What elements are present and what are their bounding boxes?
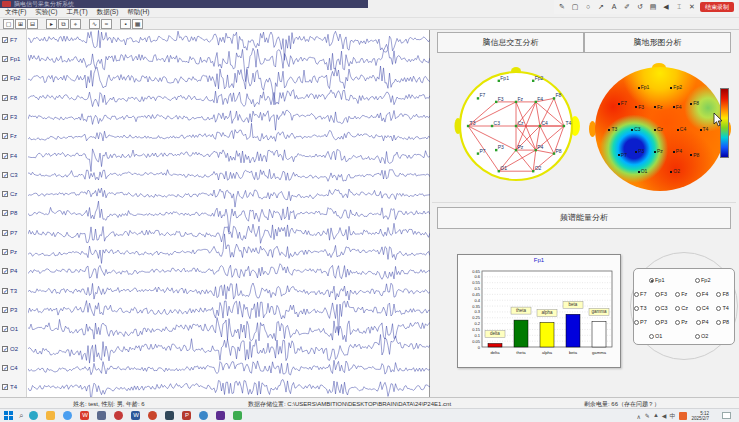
edge-icon[interactable] [29,411,38,420]
file-explorer-icon[interactable] [46,411,55,420]
electrode-option-P3[interactable]: P3 [655,319,673,325]
play-icon[interactable]: ▸ [46,19,57,29]
tile-vertical-icon[interactable]: ⊟ [27,19,38,29]
volume-icon[interactable]: ◀ [662,412,667,421]
electrode-option-O1[interactable]: O1 [649,333,673,339]
menu-item-2[interactable]: 工具(T) [66,8,87,17]
channel-checkbox-Fp1[interactable]: ✓ [2,56,8,62]
menu-item-4[interactable]: 帮助(H) [127,8,149,17]
electrode-option-F4[interactable]: F4 [696,291,714,297]
visual-studio-icon[interactable] [216,411,225,420]
text-icon[interactable]: A [609,3,619,11]
ime-icon[interactable]: 中 [669,412,675,421]
radio-F3[interactable] [655,292,660,297]
highlighter-icon[interactable]: ✐ [622,3,632,11]
pen-icon[interactable]: ✎ [557,3,567,11]
radio-C3[interactable] [655,306,660,311]
electrode-option-C4[interactable]: C4 [696,305,714,311]
channel-checkbox-Fp2[interactable]: ✓ [2,75,8,81]
app-icon-1[interactable] [97,411,106,420]
channel-checkbox-P7[interactable]: ✓ [2,230,8,236]
menu-item-3[interactable]: 数据(S) [97,8,119,17]
browser-icon[interactable] [63,411,72,420]
channel-checkbox-F3[interactable]: ✓ [2,114,8,120]
stop-recording-button[interactable]: 结束录制 [700,2,734,12]
eeg-traces[interactable] [28,30,430,397]
radio-P4[interactable] [696,320,701,325]
globe-icon[interactable] [199,411,208,420]
electrode-option-P4[interactable]: P4 [696,319,714,325]
channel-checkbox-P4[interactable]: ✓ [2,268,8,274]
speaker-icon[interactable]: ◀ [661,3,671,11]
radio-P8[interactable] [716,320,721,325]
arrow-icon[interactable]: ↗ [596,3,606,11]
radio-P7[interactable] [634,320,639,325]
channel-checkbox-F7[interactable]: ✓ [2,37,8,43]
electrode-option-Pz[interactable]: Pz [675,319,693,325]
search-icon[interactable]: ⌕ [19,411,23,421]
channel-checkbox-Pz[interactable]: ✓ [2,249,8,255]
close-icon[interactable]: ✕ [687,3,697,11]
channel-checkbox-F4[interactable]: ✓ [2,153,8,159]
radio-P3[interactable] [655,320,660,325]
electrode-option-Fz[interactable]: Fz [675,291,693,297]
pen-tray-icon[interactable]: ✎ [645,412,650,421]
electrode-option-P7[interactable]: P7 [634,319,652,325]
electrode-option-P8[interactable]: P8 [716,319,734,325]
electrode-option-F7[interactable]: F7 [634,291,652,297]
electrode-option-O2[interactable]: O2 [695,333,719,339]
app-icon-3[interactable] [148,411,157,420]
tab-spectrum-energy[interactable]: 频谱能量分析 [437,207,731,229]
grid-icon[interactable]: ▦ [132,19,143,29]
wave-icon[interactable]: ∿ [89,19,100,29]
electrode-option-C3[interactable]: C3 [655,305,673,311]
radio-T4[interactable] [716,306,721,311]
tray-chevron-icon[interactable]: ∧ [636,413,640,420]
whiteboard-icon[interactable]: ▤ [648,3,658,11]
cursor-icon[interactable]: ⌖ [70,19,81,29]
tile-horizontal-icon[interactable]: ⊞ [15,19,26,29]
powerpoint-icon[interactable]: P [182,411,191,420]
clock[interactable]: 5:12 2025/2/7 [691,411,709,421]
channel-checkbox-Fz[interactable]: ✓ [2,133,8,139]
menu-item-1[interactable]: 实验(C) [35,8,57,17]
ellipse-icon[interactable]: ○ [583,3,593,11]
channel-checkbox-Cz[interactable]: ✓ [2,191,8,197]
tab-brain-topography[interactable]: 脑地形图分析 [584,32,731,53]
app-icon-2[interactable] [114,411,123,420]
network-icon[interactable]: ▲ [653,412,659,421]
wps-icon[interactable]: W [80,411,89,420]
radio-F7[interactable] [634,292,639,297]
electrode-option-Fp2[interactable]: Fp2 [695,277,719,283]
electrode-option-Fp1[interactable]: Fp1 [649,277,673,283]
word-icon[interactable]: W [131,411,140,420]
rect-icon[interactable]: ▢ [570,3,580,11]
electrode-option-T4[interactable]: T4 [716,305,734,311]
radio-Fp1[interactable] [649,278,654,283]
electrode-option-Cz[interactable]: Cz [675,305,693,311]
menu-item-0[interactable]: 文件(F) [5,8,26,17]
radio-Cz[interactable] [675,306,680,311]
start-button[interactable] [4,411,13,420]
channel-checkbox-F8[interactable]: ✓ [2,95,8,101]
mic-icon[interactable]: ⌶ [674,3,684,11]
channel-checkbox-O2[interactable]: ✓ [2,346,8,352]
window-icon[interactable]: ⧉ [58,19,69,29]
radio-Fp2[interactable] [695,278,700,283]
electrode-option-F3[interactable]: F3 [655,291,673,297]
app-icon-4[interactable] [165,411,174,420]
undo-icon[interactable]: ↺ [635,3,645,11]
open-icon[interactable]: ▢ [3,19,14,29]
radio-T3[interactable] [634,306,639,311]
spectrum-icon[interactable]: ≈ [101,19,112,29]
tray-app-icon[interactable] [679,412,687,420]
radio-O2[interactable] [695,334,700,339]
channel-checkbox-O1[interactable]: ✓ [2,326,8,332]
wechat-icon[interactable] [233,411,242,420]
electrode-option-F8[interactable]: F8 [716,291,734,297]
radio-Pz[interactable] [675,320,680,325]
stop-icon[interactable]: ▪ [120,19,131,29]
channel-checkbox-P3[interactable]: ✓ [2,307,8,313]
electrode-option-T3[interactable]: T3 [634,305,652,311]
tab-brain-interaction[interactable]: 脑信息交互分析 [437,32,584,53]
